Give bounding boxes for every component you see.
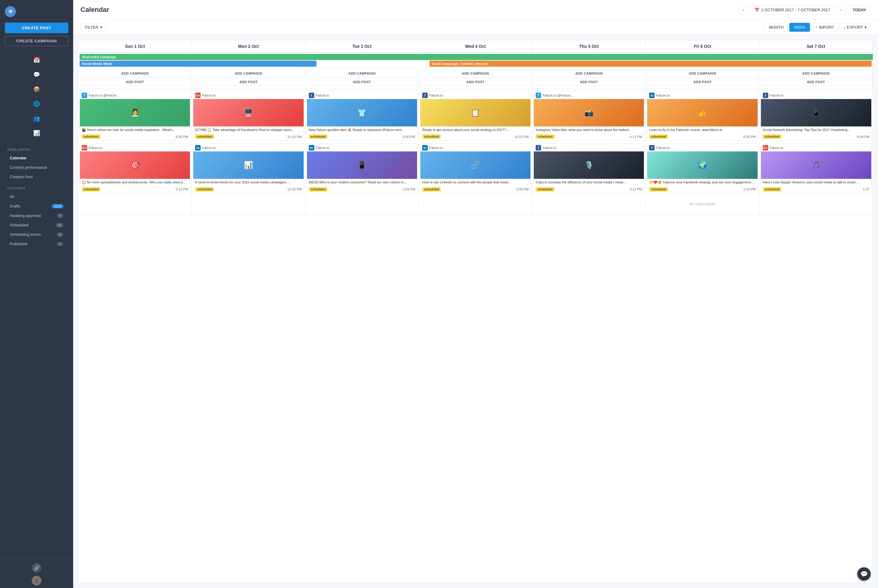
post-card[interactable]: f Falcon.io 📱 Social Network Advertising… [761, 91, 872, 141]
campaign-banners-row2: Social Media Week Email Campaign: Conten… [78, 60, 873, 67]
status-badge: scheduled [422, 134, 441, 139]
post-card[interactable]: in Falcon.io 🔗 How to use LinkedIn to co… [420, 143, 531, 193]
sidebar-item-drafts[interactable]: Drafts 1219 [5, 201, 68, 211]
sidebar-item-awaiting-approval[interactable]: Awaiting approval 0 [5, 211, 68, 220]
post-card[interactable]: f Falcon.io 📋 Ready to get serious about… [420, 91, 531, 141]
add-campaign-sun[interactable]: ADD CAMPAIGN [80, 70, 190, 77]
add-post-sat[interactable]: ADD POST [761, 78, 871, 86]
month-view-button[interactable]: MONTH [764, 23, 788, 32]
post-card[interactable]: T Falcon.io @Falcon... 👩‍💼 🎬 Here's wher… [80, 91, 190, 141]
today-button[interactable]: TODAY [848, 6, 870, 14]
calendar-icon: 📅 [755, 8, 759, 12]
sidebar-item-content-performance[interactable]: Content performance [5, 163, 68, 172]
nav-icon-network[interactable]: 🌐 [30, 98, 43, 110]
sidebar-item-all[interactable]: All [5, 192, 68, 201]
post-card[interactable]: f Falcon.io 🎙️ 5 tips to increase the ef… [534, 143, 644, 193]
filter-chevron-icon: ▾ [100, 25, 102, 30]
status-badge: scheduled [649, 134, 668, 139]
sidebar-item-scheduling-errors[interactable]: Scheduling errors 0 [5, 230, 68, 239]
post-text: Ready to get serious about your social s… [420, 126, 531, 134]
campaign-banner-email[interactable]: Email Campaign: Content Lifecycle [430, 61, 872, 67]
import-button[interactable]: ↑ IMPORT [811, 23, 838, 32]
main-content: Calendar ‹ 📅 1 OCTOBER 2017 - 7 OCTOBER … [73, 0, 878, 588]
add-campaign-thu[interactable]: ADD CAMPAIGN [534, 70, 644, 77]
post-header: f Falcon.io [420, 91, 531, 99]
content-section-label: CONTENT [2, 182, 71, 192]
post-time: 5:11 PM [630, 135, 642, 139]
create-buttons: CREATE POST CREATE CAMPAIGN [0, 20, 73, 50]
prev-week-button[interactable]: ‹ [739, 5, 748, 15]
publishing-section-label: PUBLISHING [2, 143, 71, 153]
post-header: T Falcon.io @Falcon... [534, 91, 644, 99]
nav-icon-analytics[interactable]: 📊 [30, 127, 43, 139]
add-post-mon[interactable]: ADD POST [193, 78, 304, 86]
cal-cell-wed-actions: ADD CAMPAIGN ADD POST [419, 68, 532, 89]
cal-cell-mon-actions: ADD CAMPAIGN ADD POST [192, 68, 305, 89]
nav-icon-content[interactable]: 📦 [30, 83, 43, 95]
post-time: 6:00 PM [176, 135, 188, 139]
post-text: How to use LinkedIn to connect with the … [420, 179, 531, 186]
page-title: Calendar [80, 6, 109, 14]
sidebar-item-published[interactable]: Published 0 [5, 239, 68, 249]
post-image: 👕 [307, 99, 417, 126]
sidebar-bottom: 🔗 👤 [0, 559, 73, 588]
nav-icon-publish[interactable]: 📅 [30, 54, 43, 66]
post-card[interactable]: in Falcon.io 📱 [NEW] Who is your modern … [307, 143, 417, 193]
post-footer: scheduled 6:00 PM [80, 134, 190, 141]
header-controls: ‹ 📅 1 OCTOBER 2017 - 7 OCTOBER 2017 › TO… [739, 5, 870, 15]
post-header: in Falcon.io [307, 144, 417, 152]
post-footer: scheduled 5:13 PM [80, 186, 190, 193]
post-card[interactable]: in Falcon.io 📊 6 need-to-know trends for… [193, 143, 304, 193]
add-campaign-wed[interactable]: ADD CAMPAIGN [420, 70, 531, 77]
add-post-sun[interactable]: ADD POST [80, 78, 190, 86]
post-handle: Falcon.io [429, 146, 443, 150]
sidebar-item-calendar[interactable]: Calendar [5, 153, 68, 163]
post-handle: Falcon.io [202, 93, 216, 97]
export-button[interactable]: ↓ EXPORT ▾ [839, 23, 870, 32]
week-view-button[interactable]: WEEK [789, 23, 810, 32]
facebook-icon: f [309, 93, 314, 98]
post-handle: Falcon.io [316, 146, 329, 150]
create-campaign-button[interactable]: CREATE CAMPAIGN [5, 36, 68, 46]
chat-bubble-button[interactable]: 💬 [857, 567, 870, 581]
post-card[interactable]: G+ Falcon.io 🖥️ [ICYMI] 📋 Take advantage… [193, 91, 304, 141]
add-post-wed[interactable]: ADD POST [420, 78, 531, 86]
post-text: Instagram Video Ads: what you need to kn… [534, 126, 644, 134]
post-footer: scheduled 1:07 [761, 186, 871, 193]
add-campaign-mon[interactable]: ADD CAMPAIGN [193, 70, 304, 77]
add-post-fri[interactable]: ADD POST [647, 78, 758, 86]
add-post-tue[interactable]: ADD POST [307, 78, 417, 86]
nav-icon-team[interactable]: 👥 [30, 112, 43, 124]
sidebar-item-scheduled[interactable]: Scheduled 15 [5, 220, 68, 230]
add-campaign-tue[interactable]: ADD CAMPAIGN [307, 70, 417, 77]
toolbar: FILTER ▾ MONTH WEEK ↑ IMPORT ↓ EXPORT ▾ [73, 20, 878, 35]
post-time: 1:14 PM [743, 188, 756, 191]
post-image: 📊 [193, 152, 303, 179]
google-icon: G+ [82, 145, 87, 150]
post-header: G+ Falcon.io [193, 91, 303, 99]
create-post-button[interactable]: CREATE POST [5, 22, 68, 33]
post-time: 10:15 PM [514, 135, 529, 139]
link-icon[interactable]: 🔗 [32, 563, 41, 573]
next-week-button[interactable]: › [837, 5, 846, 15]
post-handle: Falcon.io [202, 146, 216, 150]
user-avatar[interactable]: 👤 [32, 576, 41, 586]
campaign-banner-falconed[interactable]: #FalconEd Campaign [80, 54, 873, 60]
post-card[interactable]: G+ Falcon.io 🎵 Here's how Dayglo Venture… [761, 143, 872, 193]
nav-icon-messages[interactable]: 💬 [30, 69, 43, 81]
add-post-thu[interactable]: ADD POST [534, 78, 644, 86]
filter-button[interactable]: FILTER ▾ [80, 23, 107, 32]
post-card[interactable]: f Falcon.io 🌍 💛❤️😊 Improve your Facebook… [647, 143, 758, 193]
post-card[interactable]: f Falcon.io 👕 New Falcon goodies alert 🎉… [307, 91, 417, 141]
awaiting-badge: 0 [57, 214, 63, 218]
add-campaign-fri[interactable]: ADD CAMPAIGN [647, 70, 758, 77]
campaign-banner-social-media[interactable]: Social Media Week [80, 61, 316, 67]
status-badge: scheduled [649, 187, 668, 192]
post-card[interactable]: T Falcon.io @Falcon... 📸 Instagram Video… [534, 91, 644, 141]
add-campaign-sat[interactable]: ADD CAMPAIGN [761, 70, 871, 77]
date-range-display[interactable]: 📅 1 OCTOBER 2017 - 7 OCTOBER 2017 [750, 6, 834, 14]
post-card[interactable]: in Falcon.io 👍 Learn to fly in our Falco… [647, 91, 758, 141]
post-footer: scheduled 1:14 PM [647, 186, 757, 193]
sidebar-item-content-pool[interactable]: Content Pool [5, 172, 68, 182]
post-card[interactable]: G+ Falcon.io 🎯 🚫 No more spreadsheets an… [80, 143, 190, 193]
